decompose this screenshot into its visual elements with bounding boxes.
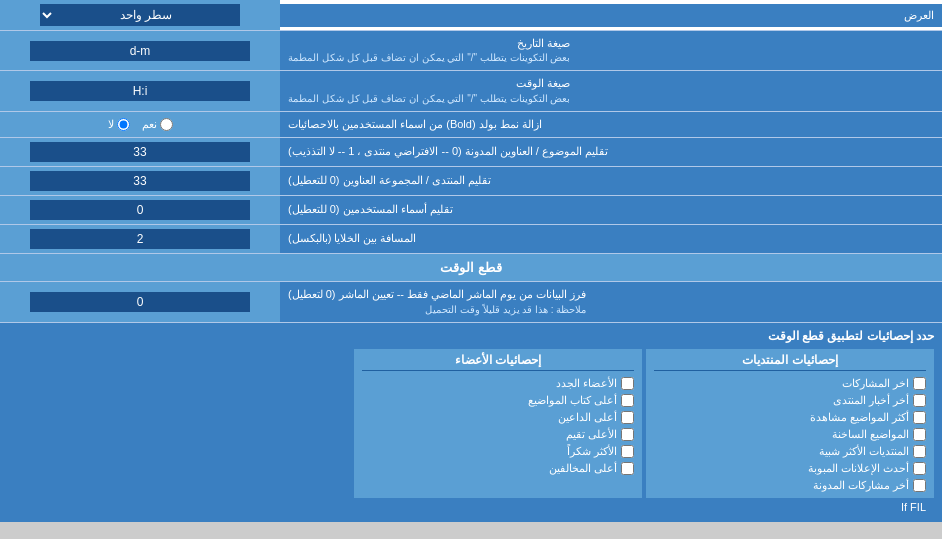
cutoff-filter-row: فرز البيانات من يوم الماشر الماضي فقط --… xyxy=(0,282,942,322)
bold-yes-label[interactable]: نعم xyxy=(142,118,173,131)
stat-member-checkbox-3[interactable] xyxy=(621,411,634,424)
stats-section: حدد إحصائيات لتطبيق قطع الوقت إحصائيات ا… xyxy=(0,323,942,522)
stat-member-3: أعلى الداعين xyxy=(362,409,634,426)
bold-remove-row: ازالة نمط بولد (Bold) من اسماء المستخدمي… xyxy=(0,112,942,138)
stat-item-4: المواضيع الساخنة xyxy=(654,426,926,443)
stat-checkbox-3[interactable] xyxy=(913,411,926,424)
forum-group-row: تقليم المنتدى / المجموعة العناوين (0 للت… xyxy=(0,167,942,196)
forum-stats-title: إحصائيات المنتديات xyxy=(654,353,926,371)
bold-remove-label: ازالة نمط بولد (Bold) من اسماء المستخدمي… xyxy=(280,112,942,137)
stat-member-6: أعلى المخالفين xyxy=(362,460,634,477)
date-format-row: صيغة التاريخ بعض التكوينات يتطلب "/" الت… xyxy=(0,31,942,71)
topic-titles-input-cell xyxy=(0,138,280,166)
date-format-label: صيغة التاريخ بعض التكوينات يتطلب "/" الت… xyxy=(280,31,942,70)
stat-member-1: الأعضاء الجدد xyxy=(362,375,634,392)
cell-spacing-input-cell xyxy=(0,225,280,253)
time-format-label: صيغة الوقت بعض التكوينات يتطلب "/" التي … xyxy=(280,71,942,110)
empty-right-col xyxy=(8,349,350,498)
stat-item-7: أخر مشاركات المدونة xyxy=(654,477,926,494)
bold-no-label[interactable]: لا xyxy=(108,118,130,131)
forum-group-input-cell xyxy=(0,167,280,195)
time-format-row: صيغة الوقت بعض التكوينات يتطلب "/" التي … xyxy=(0,71,942,111)
member-stats-col: إحصائيات الأعضاء الأعضاء الجدد أعلى كتاب… xyxy=(354,349,642,498)
cutoff-section-header: قطع الوقت xyxy=(0,254,942,282)
stat-checkbox-1[interactable] xyxy=(913,377,926,390)
stat-member-checkbox-6[interactable] xyxy=(621,462,634,475)
bold-yes-radio[interactable] xyxy=(160,118,173,131)
time-format-input[interactable] xyxy=(30,81,250,101)
date-format-input[interactable] xyxy=(30,41,250,61)
stat-member-checkbox-1[interactable] xyxy=(621,377,634,390)
bold-remove-radio-cell: نعم لا xyxy=(0,112,280,137)
topic-titles-input[interactable] xyxy=(30,142,250,162)
stats-columns: إحصائيات المنتديات اخر المشاركات أخر أخب… xyxy=(8,349,934,498)
usernames-input[interactable] xyxy=(30,200,250,220)
time-format-input-cell xyxy=(0,71,280,110)
cell-spacing-input[interactable] xyxy=(30,229,250,249)
stat-item-2: أخر أخبار المنتدى xyxy=(654,392,926,409)
main-container: العرض سطر واحد سطران ثلاثة أسطر صيغة الت… xyxy=(0,0,942,522)
display-label: العرض xyxy=(280,4,942,27)
cutoff-filter-label: فرز البيانات من يوم الماشر الماضي فقط --… xyxy=(280,282,942,321)
display-row: العرض سطر واحد سطران ثلاثة أسطر xyxy=(0,0,942,31)
stat-checkbox-2[interactable] xyxy=(913,394,926,407)
stat-member-2: أعلى كتاب المواضيع xyxy=(362,392,634,409)
stat-member-5: الأكثر شكراً xyxy=(362,443,634,460)
date-format-input-cell xyxy=(0,31,280,70)
stat-checkbox-7[interactable] xyxy=(913,479,926,492)
stat-item-1: اخر المشاركات xyxy=(654,375,926,392)
cutoff-filter-input[interactable] xyxy=(30,292,250,312)
topic-titles-row: تقليم الموضوع / العناوين المدونة (0 -- ا… xyxy=(0,138,942,167)
stat-item-3: أكثر المواضيع مشاهدة xyxy=(654,409,926,426)
stat-member-checkbox-5[interactable] xyxy=(621,445,634,458)
stat-checkbox-6[interactable] xyxy=(913,462,926,475)
topic-titles-label: تقليم الموضوع / العناوين المدونة (0 -- ا… xyxy=(280,138,942,166)
stat-member-4: الأعلى تقيم xyxy=(362,426,634,443)
bold-no-radio[interactable] xyxy=(117,118,130,131)
cell-spacing-row: المسافة بين الخلايا (بالبكسل) xyxy=(0,225,942,254)
stat-checkbox-5[interactable] xyxy=(913,445,926,458)
forum-stats-col: إحصائيات المنتديات اخر المشاركات أخر أخب… xyxy=(646,349,934,498)
usernames-label: تقليم أسماء المستخدمين (0 للتعطيل) xyxy=(280,196,942,224)
cutoff-filter-input-cell xyxy=(0,282,280,321)
display-select-cell: سطر واحد سطران ثلاثة أسطر xyxy=(0,0,280,30)
stat-item-5: المنتديات الأكثر شبية xyxy=(654,443,926,460)
member-stats-title: إحصائيات الأعضاء xyxy=(362,353,634,371)
forum-group-label: تقليم المنتدى / المجموعة العناوين (0 للت… xyxy=(280,167,942,195)
stats-title: حدد إحصائيات لتطبيق قطع الوقت xyxy=(8,329,934,343)
filter-note: If FIL xyxy=(8,498,934,516)
cell-spacing-label: المسافة بين الخلايا (بالبكسل) xyxy=(280,225,942,253)
stat-member-checkbox-4[interactable] xyxy=(621,428,634,441)
usernames-row: تقليم أسماء المستخدمين (0 للتعطيل) xyxy=(0,196,942,225)
display-mode-select[interactable]: سطر واحد سطران ثلاثة أسطر xyxy=(40,4,240,26)
stat-member-checkbox-2[interactable] xyxy=(621,394,634,407)
forum-group-input[interactable] xyxy=(30,171,250,191)
stat-item-6: أحدث الإعلانات المبوبة xyxy=(654,460,926,477)
stat-checkbox-4[interactable] xyxy=(913,428,926,441)
usernames-input-cell xyxy=(0,196,280,224)
